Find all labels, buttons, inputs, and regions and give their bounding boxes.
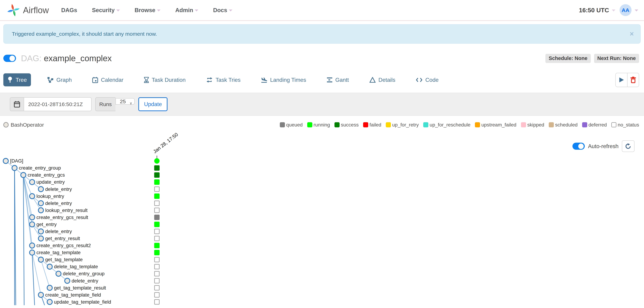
airflow-logo[interactable]: Airflow xyxy=(6,3,49,17)
status-swatch xyxy=(386,122,391,127)
auto-refresh-control: Auto-refresh xyxy=(572,140,634,152)
avatar: AA xyxy=(620,4,632,16)
num-runs-select[interactable]: 25 xyxy=(116,98,135,105)
page-title: DAG: example_complex xyxy=(21,54,112,63)
chevron-down-icon xyxy=(612,10,615,12)
run-column-header[interactable]: Jan 28, 17:50 xyxy=(152,132,179,154)
task-node-create_tag_template[interactable] xyxy=(30,250,35,255)
task-status-square-queued[interactable] xyxy=(154,215,159,220)
task-status-square-no_status[interactable] xyxy=(154,299,159,304)
task-label: create_entry_group xyxy=(19,165,61,171)
refresh-icon xyxy=(625,143,631,149)
user-menu[interactable]: AA xyxy=(620,4,638,16)
tab-calendar[interactable]: Calendar xyxy=(88,73,128,86)
calendar-icon xyxy=(14,101,20,108)
task-status-square-running[interactable] xyxy=(154,194,159,199)
task-node-get_tag_template_result[interactable] xyxy=(47,285,52,290)
nav-item-admin[interactable]: Admin xyxy=(175,7,198,14)
task-label: create_tag_template_field xyxy=(45,292,101,298)
task-node-delete_entry[interactable] xyxy=(38,229,44,234)
task-node-update_tag_template_field[interactable] xyxy=(47,299,52,304)
nav-item-label: Security xyxy=(92,7,114,14)
tree-graph: Jan 28, 17:50[DAG]create_entry_groupcrea… xyxy=(0,131,644,305)
hourglass-icon xyxy=(144,77,149,83)
task-label: lookup_entry xyxy=(36,193,64,199)
tab-task-tries[interactable]: Task Tries xyxy=(202,73,245,86)
dag-pause-toggle[interactable] xyxy=(3,55,16,62)
task-status-square-no_status[interactable] xyxy=(154,187,159,192)
update-button[interactable]: Update xyxy=(138,97,168,111)
airflow-pinwheel-icon xyxy=(6,3,20,17)
calendar-addon[interactable] xyxy=(10,97,24,111)
status-legend-no_status: no_status xyxy=(611,122,639,128)
tab-tree[interactable]: Tree xyxy=(3,73,31,87)
trigger-dag-button[interactable] xyxy=(616,73,627,87)
tab-landing-times[interactable]: Landing Times xyxy=(257,73,310,86)
status-swatch xyxy=(307,122,312,127)
delete-dag-button[interactable] xyxy=(627,73,638,87)
task-status-square-no_status[interactable] xyxy=(154,285,159,290)
task-label: [DAG] xyxy=(10,158,23,164)
tab-code[interactable]: Code xyxy=(412,73,443,86)
nav-right: 16:50 UTC AA xyxy=(579,4,638,16)
task-status-square-success[interactable] xyxy=(154,173,159,177)
tab-gantt[interactable]: Gantt xyxy=(322,73,353,86)
task-node-get_entry_result[interactable] xyxy=(38,236,44,241)
run-status-circle-running[interactable] xyxy=(154,158,160,163)
nav-item-label: Admin xyxy=(175,7,193,14)
task-node-delete_tag_template[interactable] xyxy=(47,264,52,269)
tab-graph[interactable]: Graph xyxy=(43,73,76,86)
task-node-lookup_entry[interactable] xyxy=(30,194,35,199)
task-status-square-no_status[interactable] xyxy=(154,292,159,297)
status-swatch xyxy=(549,122,554,127)
task-label: delete_entry xyxy=(45,229,72,234)
task-node-create_entry_gcs_result[interactable] xyxy=(30,215,35,220)
task-node-get_tag_template[interactable] xyxy=(38,257,44,262)
task-node-delete_entry[interactable] xyxy=(38,187,44,192)
task-node-create_entry_group[interactable] xyxy=(12,166,17,171)
tab-task-duration[interactable]: Task Duration xyxy=(140,73,190,86)
task-node-DAG[interactable] xyxy=(3,158,8,164)
num-runs-group: Runs 25 xyxy=(95,97,135,111)
toggle-knob xyxy=(10,56,15,61)
nav-item-docs[interactable]: Docs xyxy=(213,7,232,14)
task-node-get_entry[interactable] xyxy=(30,222,35,227)
nav-item-security[interactable]: Security xyxy=(92,7,120,14)
task-node-delete_entry[interactable] xyxy=(38,201,44,206)
toggle-knob xyxy=(578,144,584,149)
task-node-delete_entry[interactable] xyxy=(65,278,70,283)
refresh-button[interactable] xyxy=(622,140,634,152)
task-status-square-no_status[interactable] xyxy=(154,229,159,234)
task-node-create_entry_gcs[interactable] xyxy=(21,173,26,178)
task-status-square-success[interactable] xyxy=(154,166,159,170)
clock-dropdown[interactable]: 16:50 UTC xyxy=(579,7,616,14)
tab-label: Task Duration xyxy=(152,77,186,83)
task-status-square-no_status[interactable] xyxy=(154,278,159,283)
task-node-lookup_entry_result[interactable] xyxy=(38,208,44,213)
task-status-square-no_status[interactable] xyxy=(154,271,159,276)
code-brackets-icon xyxy=(416,77,422,83)
task-node-delete_entry_group[interactable] xyxy=(56,271,61,276)
task-status-square-running[interactable] xyxy=(154,222,159,227)
nav-item-dags[interactable]: DAGs xyxy=(61,7,77,14)
nav-links: DAGsSecurityBrowseAdminDocs xyxy=(61,7,232,14)
task-status-square-running[interactable] xyxy=(154,250,159,255)
base-date-input[interactable] xyxy=(24,97,92,111)
task-status-square-no_status[interactable] xyxy=(154,257,159,262)
task-node-create_entry_gcs_result2[interactable] xyxy=(30,243,35,248)
base-date-group xyxy=(10,97,92,111)
nav-item-browse[interactable]: Browse xyxy=(135,7,160,14)
chevron-down-icon xyxy=(116,10,120,12)
task-status-square-no_status[interactable] xyxy=(154,201,159,206)
task-node-create_tag_template_field[interactable] xyxy=(38,292,44,297)
task-node-update_entry[interactable] xyxy=(30,180,35,185)
task-status-square-no_status[interactable] xyxy=(154,208,159,213)
auto-refresh-toggle[interactable] xyxy=(572,143,585,150)
tab-details[interactable]: Details xyxy=(365,73,400,86)
task-status-square-running[interactable] xyxy=(154,243,159,248)
operator-label: BashOperator xyxy=(11,122,44,128)
task-status-square-no_status[interactable] xyxy=(154,264,159,269)
task-status-square-running[interactable] xyxy=(154,180,159,184)
task-status-square-no_status[interactable] xyxy=(154,236,159,241)
close-icon[interactable]: × xyxy=(630,31,634,38)
